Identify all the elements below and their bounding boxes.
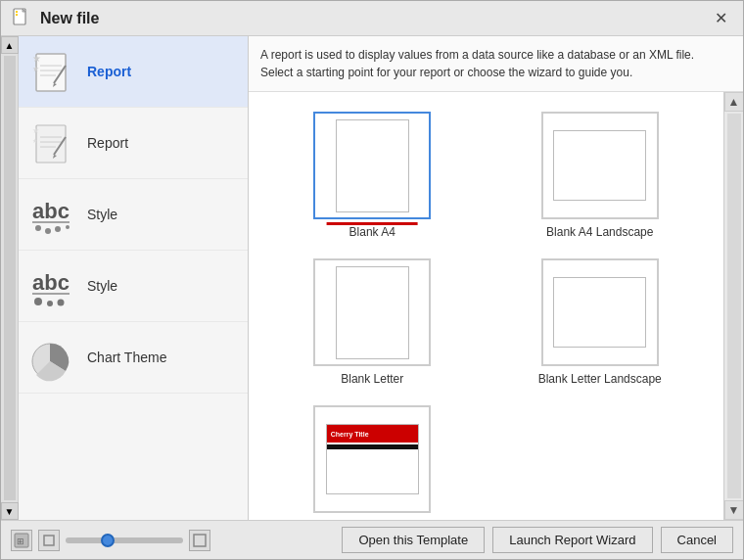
left-scrollbar: ▲ ▼ — [1, 36, 19, 520]
svg-text:★: ★ — [32, 138, 37, 144]
titlebar-left: New file — [11, 8, 99, 29]
blank-landscape-a4 — [553, 130, 646, 201]
template-thumb-cherry[interactable]: Cherry Title — [313, 405, 431, 513]
sidebar-item-report-starred[interactable]: ★ ★ Report — [19, 36, 248, 108]
right-panel: A report is used to display values from … — [249, 36, 743, 520]
blank-portrait-a4 — [336, 119, 409, 212]
template-thumb-blank-letter[interactable] — [313, 258, 431, 366]
svg-point-30 — [47, 301, 53, 306]
right-scrollbar: ▲ ▼ — [723, 92, 743, 520]
template-label-blank-a4: Blank A4 — [349, 225, 395, 239]
svg-text:abc: abc — [32, 270, 70, 295]
footer-square-icon — [38, 530, 60, 551]
report-starred-icon: ★ ★ — [26, 46, 77, 97]
template-label-blank-letter-landscape: Blank Letter Landscape — [538, 372, 662, 386]
template-item-blank-letter[interactable]: Blank Letter — [268, 258, 477, 386]
zoom-slider-track[interactable] — [66, 537, 183, 543]
footer-square-icon-2 — [189, 530, 210, 551]
footer: ⊞ Open this Template Launch Report Wizar… — [1, 520, 743, 559]
svg-text:★: ★ — [32, 53, 41, 64]
svg-text:★: ★ — [32, 126, 39, 135]
template-thumb-blank-letter-landscape[interactable] — [541, 258, 659, 366]
close-button[interactable]: ✕ — [709, 7, 733, 29]
sidebar-item-style-1[interactable]: abc Style — [19, 179, 248, 251]
style-icon-1: abc — [26, 189, 77, 240]
footer-icon: ⊞ — [11, 530, 32, 551]
file-icon — [11, 8, 32, 29]
cherry-preview: Cherry Title — [326, 424, 419, 494]
footer-left: ⊞ — [11, 530, 334, 551]
svg-rect-2 — [16, 11, 18, 13]
titlebar: New file ✕ — [1, 1, 743, 36]
scroll-track — [4, 56, 16, 500]
template-item-cherry[interactable]: Cherry Title Cherry — [268, 405, 477, 520]
new-file-dialog: New file ✕ ▲ ▼ — [0, 0, 744, 560]
open-template-button[interactable]: Open this Template — [342, 527, 485, 553]
svg-text:⊞: ⊞ — [17, 537, 24, 546]
svg-point-29 — [34, 298, 42, 305]
description-text: A report is used to display values from … — [260, 48, 694, 79]
svg-rect-36 — [194, 535, 206, 546]
template-thumb-blank-a4[interactable] — [313, 112, 431, 219]
template-item-blank-a4[interactable]: Blank A4 — [268, 112, 477, 239]
template-thumb-blank-a4-landscape[interactable] — [541, 112, 659, 219]
scroll-down-button[interactable]: ▼ — [1, 502, 19, 520]
scroll-down-right-button[interactable]: ▼ — [724, 500, 744, 520]
template-grid: Blank A4 Blank A4 Landscape — [249, 92, 723, 520]
svg-point-25 — [55, 226, 61, 232]
sidebar-item-report-label: Report — [87, 135, 128, 151]
launch-wizard-button[interactable]: Launch Report Wizard — [492, 527, 652, 553]
sidebar: ★ ★ Report ★ ★ — [19, 36, 249, 520]
cancel-button[interactable]: Cancel — [661, 527, 733, 553]
svg-rect-3 — [16, 14, 18, 16]
sidebar-item-report-starred-label: Report — [87, 64, 131, 79]
svg-point-26 — [66, 225, 70, 229]
template-label-blank-letter: Blank Letter — [341, 372, 403, 386]
blank-landscape-letter — [553, 277, 646, 348]
sidebar-item-style-2-label: Style — [87, 278, 117, 294]
cherry-title-text: Cherry Title — [331, 431, 369, 438]
template-label-blank-a4-landscape: Blank A4 Landscape — [546, 225, 653, 239]
scroll-up-button[interactable]: ▲ — [1, 36, 19, 54]
cherry-body — [327, 449, 418, 494]
zoom-slider-thumb[interactable] — [101, 534, 115, 547]
blank-portrait-letter — [336, 266, 409, 359]
template-item-blank-a4-landscape[interactable]: Blank A4 Landscape — [496, 112, 705, 239]
template-area-wrapper: Blank A4 Blank A4 Landscape — [249, 92, 743, 520]
description-bar: A report is used to display values from … — [249, 36, 743, 92]
svg-point-23 — [35, 225, 41, 231]
main-content: ▲ ▼ — [1, 36, 743, 520]
svg-text:abc: abc — [32, 199, 70, 223]
scroll-up-right-button[interactable]: ▲ — [724, 92, 744, 112]
right-scroll-track — [727, 114, 741, 498]
sidebar-item-style-1-label: Style — [87, 207, 117, 222]
dialog-title: New file — [40, 10, 99, 27]
sidebar-item-style-2[interactable]: abc Style — [19, 251, 248, 322]
svg-text:★: ★ — [32, 65, 39, 73]
template-item-blank-letter-landscape[interactable]: Blank Letter Landscape — [496, 258, 705, 386]
chart-theme-icon — [26, 332, 77, 383]
sidebar-item-report[interactable]: ★ ★ Report — [19, 108, 248, 179]
svg-point-31 — [58, 300, 65, 306]
svg-rect-35 — [44, 536, 54, 545]
zoom-slider-container — [66, 537, 183, 543]
cherry-header: Cherry Title — [327, 425, 418, 443]
sidebar-item-chart-theme[interactable]: Chart Theme — [19, 322, 248, 394]
report-icon: ★ ★ — [26, 117, 77, 168]
svg-point-24 — [45, 228, 51, 234]
sidebar-item-chart-theme-label: Chart Theme — [87, 350, 166, 365]
style-icon-2: abc — [26, 260, 77, 311]
